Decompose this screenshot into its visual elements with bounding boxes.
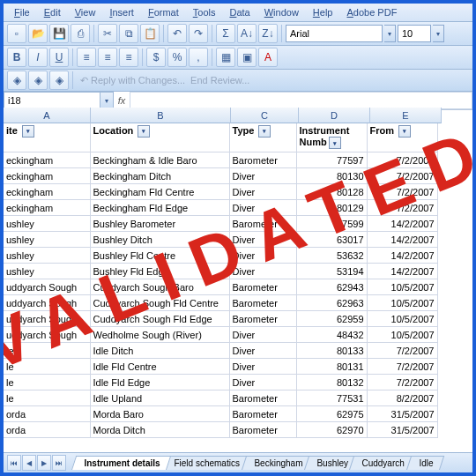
cell[interactable]: 10/5/2007: [367, 311, 437, 327]
reply-changes-button[interactable]: ↶ Reply with Changes...: [80, 75, 185, 86]
sort-desc-icon[interactable]: Z↓: [258, 24, 278, 43]
cell[interactable]: eckingham: [4, 168, 90, 184]
cell[interactable]: ushley: [4, 264, 90, 279]
column-header-D[interactable]: D: [299, 108, 370, 123]
cell[interactable]: 7/2/2007: [367, 200, 437, 216]
table-row[interactable]: uddyarch SoughWedholme Sough (River)Dive…: [4, 327, 437, 343]
sheet-tab-beckingham[interactable]: Beckingham: [242, 456, 314, 470]
cell[interactable]: Barometer: [229, 216, 296, 232]
bold-icon[interactable]: B: [7, 48, 26, 67]
menu-help[interactable]: Help: [306, 5, 340, 19]
cell[interactable]: Barometer: [229, 279, 296, 295]
cell[interactable]: le: [4, 375, 90, 390]
cell[interactable]: Beckingham Fld Centre: [90, 184, 229, 200]
filter-icon[interactable]: ▾: [258, 125, 271, 138]
save-icon[interactable]: 💾: [49, 24, 69, 43]
table-row[interactable]: uddyarch SoughCuddyarch Sough BaroBarome…: [4, 279, 437, 295]
autosum-icon[interactable]: Σ: [216, 24, 235, 43]
cell[interactable]: Barometer: [229, 152, 296, 168]
cell[interactable]: uddyarch Sough: [4, 295, 90, 311]
cell[interactable]: 7/2/2007: [367, 359, 437, 375]
cell[interactable]: Beckingham & Idle Baro: [90, 152, 229, 168]
formula-input[interactable]: [130, 92, 472, 109]
table-row[interactable]: ushleyBushley Fld EdgeDiver5319414/2/200…: [4, 264, 437, 279]
cell[interactable]: 77531: [296, 390, 367, 406]
cell[interactable]: ushley: [4, 216, 90, 232]
cell[interactable]: Barometer: [229, 390, 296, 406]
name-box-dropdown-icon[interactable]: ▾: [100, 92, 114, 109]
cell[interactable]: Morda Ditch: [90, 422, 229, 438]
cell[interactable]: 31/5/2007: [367, 406, 437, 422]
cell[interactable]: 80129: [296, 200, 367, 216]
cell[interactable]: Diver: [229, 343, 296, 359]
sort-asc-icon[interactable]: A↓: [237, 24, 257, 43]
cell[interactable]: 62970: [296, 422, 367, 438]
tab-next-icon[interactable]: ▶: [37, 455, 51, 471]
table-row[interactable]: eckinghamBeckingham Fld CentreDiver80128…: [4, 184, 437, 200]
column-header-A[interactable]: A: [4, 108, 91, 123]
cell[interactable]: Diver: [229, 327, 296, 343]
cell[interactable]: Idle Fld Centre: [90, 359, 229, 375]
cell[interactable]: 80131: [296, 359, 367, 375]
header-D[interactable]: InstrumentNumb▾: [296, 123, 367, 152]
fx-icon[interactable]: fx: [114, 92, 130, 109]
table-row[interactable]: leIdle UplandBarometer775318/2/2007: [4, 390, 437, 406]
cell[interactable]: Idle Ditch: [90, 343, 229, 359]
fill-color-icon[interactable]: ▣: [237, 48, 257, 67]
cell[interactable]: ushley: [4, 248, 90, 264]
pdf-icon[interactable]: ◈: [7, 71, 26, 90]
column-header-C[interactable]: C: [231, 108, 299, 123]
end-review-button[interactable]: End Review...: [190, 75, 249, 86]
cell[interactable]: eckingham: [4, 152, 90, 168]
percent-icon[interactable]: %: [167, 48, 187, 67]
table-row[interactable]: leIdle Fld EdgeDiver801327/2/2007: [4, 375, 437, 390]
table-row[interactable]: eckinghamBeckingham & Idle BaroBarometer…: [4, 152, 437, 168]
cell[interactable]: 53194: [296, 264, 367, 279]
underline-icon[interactable]: U: [49, 48, 69, 67]
cell[interactable]: Diver: [229, 359, 296, 375]
new-icon[interactable]: ▫: [7, 24, 26, 43]
header-A[interactable]: ite ▾: [4, 123, 90, 152]
cell[interactable]: 62959: [296, 311, 367, 327]
cell[interactable]: 7/2/2007: [367, 375, 437, 390]
cut-icon[interactable]: ✂: [98, 24, 117, 43]
font-size-input[interactable]: 10: [398, 25, 431, 42]
sheet-tab-cuddyarch[interactable]: Cuddyarch: [349, 456, 416, 470]
cell[interactable]: uddyarch Sough: [4, 279, 90, 295]
sheet-tab-field-schematics[interactable]: Field schematics: [161, 456, 251, 470]
cell[interactable]: 7/2/2007: [367, 184, 437, 200]
column-header-B[interactable]: B: [91, 108, 231, 123]
menu-tools[interactable]: Tools: [186, 5, 223, 19]
filter-icon[interactable]: ▾: [398, 125, 411, 138]
cell[interactable]: 31/5/2007: [367, 422, 437, 438]
cell[interactable]: Diver: [229, 168, 296, 184]
cell[interactable]: ushley: [4, 232, 90, 248]
cell[interactable]: eckingham: [4, 200, 90, 216]
cell[interactable]: 7/2/2007: [367, 152, 437, 168]
cell[interactable]: Barometer: [229, 311, 296, 327]
cell[interactable]: le: [4, 359, 90, 375]
print-icon[interactable]: ⎙: [71, 24, 90, 43]
cell[interactable]: Diver: [229, 184, 296, 200]
table-row[interactable]: eckinghamBeckingham Fld EdgeDiver801297/…: [4, 200, 437, 216]
borders-icon[interactable]: ▦: [216, 48, 235, 67]
comma-icon[interactable]: ,: [189, 48, 208, 67]
cell[interactable]: Morda Baro: [90, 406, 229, 422]
filter-icon[interactable]: ▾: [329, 137, 341, 149]
cell[interactable]: Diver: [229, 248, 296, 264]
table-row[interactable]: ushleyBushley Fld CentreDiver5363214/2/2…: [4, 248, 437, 264]
cell[interactable]: 14/2/2007: [367, 248, 437, 264]
cell[interactable]: Bushley Barometer: [90, 216, 229, 232]
pdf-mail-icon[interactable]: ◈: [28, 71, 48, 90]
font-name-input[interactable]: Arial: [286, 25, 383, 42]
table-row[interactable]: ushleyBushley DitchDiver6301714/2/2007: [4, 232, 437, 248]
cell[interactable]: Barometer: [229, 295, 296, 311]
undo-icon[interactable]: ↶: [167, 24, 187, 43]
font-size-dropdown-icon[interactable]: ▾: [433, 25, 444, 42]
cell[interactable]: 7/2/2007: [367, 168, 437, 184]
cell[interactable]: eckingham: [4, 184, 90, 200]
cell[interactable]: 10/5/2007: [367, 279, 437, 295]
cell[interactable]: 63017: [296, 232, 367, 248]
sheet-tab-instrument-details[interactable]: Instrument details: [71, 456, 171, 470]
font-name-dropdown-icon[interactable]: ▾: [384, 25, 396, 42]
